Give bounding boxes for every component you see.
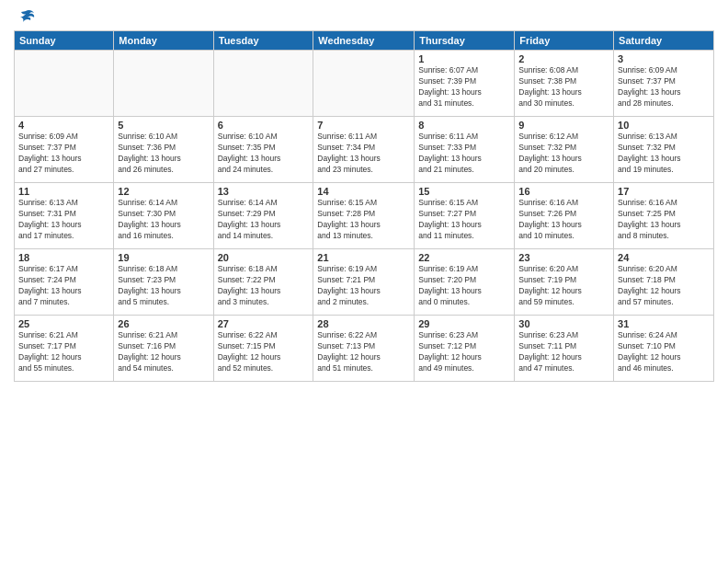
day-number: 7 bbox=[317, 120, 410, 131]
calendar-week-5: 25Sunrise: 6:21 AM Sunset: 7:17 PM Dayli… bbox=[15, 316, 714, 382]
calendar-cell: 20Sunrise: 6:18 AM Sunset: 7:22 PM Dayli… bbox=[213, 249, 313, 316]
logo bbox=[14, 9, 36, 23]
calendar-cell: 30Sunrise: 6:23 AM Sunset: 7:11 PM Dayli… bbox=[515, 316, 614, 382]
day-number: 5 bbox=[118, 120, 209, 131]
day-info: Sunrise: 6:23 AM Sunset: 7:12 PM Dayligh… bbox=[418, 330, 510, 374]
calendar-cell bbox=[213, 51, 313, 117]
day-info: Sunrise: 6:12 AM Sunset: 7:32 PM Dayligh… bbox=[518, 132, 609, 176]
day-info: Sunrise: 6:09 AM Sunset: 7:37 PM Dayligh… bbox=[18, 132, 109, 176]
day-number: 11 bbox=[18, 186, 109, 197]
day-info: Sunrise: 6:22 AM Sunset: 7:13 PM Dayligh… bbox=[317, 330, 410, 374]
day-number: 18 bbox=[18, 252, 109, 263]
day-number: 21 bbox=[317, 252, 410, 263]
header-saturday: Saturday bbox=[614, 31, 714, 51]
day-info: Sunrise: 6:13 AM Sunset: 7:31 PM Dayligh… bbox=[18, 198, 109, 242]
day-number: 28 bbox=[317, 318, 410, 329]
calendar-cell: 22Sunrise: 6:19 AM Sunset: 7:20 PM Dayli… bbox=[415, 249, 515, 316]
day-number: 24 bbox=[618, 252, 710, 263]
header-friday: Friday bbox=[515, 31, 614, 51]
calendar-cell: 24Sunrise: 6:20 AM Sunset: 7:18 PM Dayli… bbox=[614, 249, 714, 316]
calendar: Sunday Monday Tuesday Wednesday Thursday… bbox=[14, 30, 714, 382]
day-info: Sunrise: 6:08 AM Sunset: 7:38 PM Dayligh… bbox=[518, 65, 609, 109]
day-info: Sunrise: 6:11 AM Sunset: 7:34 PM Dayligh… bbox=[317, 132, 410, 176]
day-number: 14 bbox=[317, 186, 410, 197]
calendar-cell bbox=[313, 51, 415, 117]
calendar-cell: 11Sunrise: 6:13 AM Sunset: 7:31 PM Dayli… bbox=[15, 183, 114, 249]
day-number: 29 bbox=[418, 318, 510, 329]
day-number: 31 bbox=[618, 318, 710, 329]
day-number: 16 bbox=[518, 186, 609, 197]
day-info: Sunrise: 6:14 AM Sunset: 7:29 PM Dayligh… bbox=[218, 198, 310, 242]
day-number: 22 bbox=[418, 252, 510, 263]
day-info: Sunrise: 6:18 AM Sunset: 7:23 PM Dayligh… bbox=[118, 264, 209, 308]
calendar-week-1: 1Sunrise: 6:07 AM Sunset: 7:39 PM Daylig… bbox=[15, 51, 714, 117]
day-info: Sunrise: 6:19 AM Sunset: 7:21 PM Dayligh… bbox=[317, 264, 410, 308]
day-info: Sunrise: 6:07 AM Sunset: 7:39 PM Dayligh… bbox=[418, 65, 510, 109]
calendar-cell: 8Sunrise: 6:11 AM Sunset: 7:33 PM Daylig… bbox=[415, 117, 515, 183]
day-number: 23 bbox=[518, 252, 609, 263]
calendar-cell: 26Sunrise: 6:21 AM Sunset: 7:16 PM Dayli… bbox=[114, 316, 213, 382]
day-info: Sunrise: 6:24 AM Sunset: 7:10 PM Dayligh… bbox=[618, 330, 710, 374]
day-number: 6 bbox=[218, 120, 310, 131]
day-info: Sunrise: 6:21 AM Sunset: 7:17 PM Dayligh… bbox=[18, 330, 109, 374]
weekday-header-row: Sunday Monday Tuesday Wednesday Thursday… bbox=[15, 31, 714, 51]
header bbox=[14, 9, 714, 23]
calendar-cell: 10Sunrise: 6:13 AM Sunset: 7:32 PM Dayli… bbox=[614, 117, 714, 183]
header-tuesday: Tuesday bbox=[213, 31, 313, 51]
calendar-cell: 29Sunrise: 6:23 AM Sunset: 7:12 PM Dayli… bbox=[415, 316, 515, 382]
calendar-cell: 3Sunrise: 6:09 AM Sunset: 7:37 PM Daylig… bbox=[614, 51, 714, 117]
day-info: Sunrise: 6:11 AM Sunset: 7:33 PM Dayligh… bbox=[418, 132, 510, 176]
calendar-week-2: 4Sunrise: 6:09 AM Sunset: 7:37 PM Daylig… bbox=[15, 117, 714, 183]
header-wednesday: Wednesday bbox=[313, 31, 415, 51]
calendar-cell: 1Sunrise: 6:07 AM Sunset: 7:39 PM Daylig… bbox=[415, 51, 515, 117]
calendar-cell: 9Sunrise: 6:12 AM Sunset: 7:32 PM Daylig… bbox=[515, 117, 614, 183]
logo-bird-icon bbox=[16, 9, 36, 26]
day-number: 10 bbox=[618, 120, 710, 131]
day-info: Sunrise: 6:09 AM Sunset: 7:37 PM Dayligh… bbox=[618, 65, 710, 109]
day-number: 25 bbox=[18, 318, 109, 329]
calendar-cell: 6Sunrise: 6:10 AM Sunset: 7:35 PM Daylig… bbox=[213, 117, 313, 183]
day-number: 30 bbox=[518, 318, 609, 329]
calendar-cell: 31Sunrise: 6:24 AM Sunset: 7:10 PM Dayli… bbox=[614, 316, 714, 382]
calendar-cell: 16Sunrise: 6:16 AM Sunset: 7:26 PM Dayli… bbox=[515, 183, 614, 249]
calendar-cell: 17Sunrise: 6:16 AM Sunset: 7:25 PM Dayli… bbox=[614, 183, 714, 249]
day-number: 3 bbox=[618, 53, 710, 64]
calendar-cell: 14Sunrise: 6:15 AM Sunset: 7:28 PM Dayli… bbox=[313, 183, 415, 249]
day-info: Sunrise: 6:16 AM Sunset: 7:26 PM Dayligh… bbox=[518, 198, 609, 242]
day-info: Sunrise: 6:14 AM Sunset: 7:30 PM Dayligh… bbox=[118, 198, 209, 242]
day-number: 2 bbox=[518, 53, 609, 64]
day-info: Sunrise: 6:10 AM Sunset: 7:36 PM Dayligh… bbox=[118, 132, 209, 176]
day-info: Sunrise: 6:15 AM Sunset: 7:28 PM Dayligh… bbox=[317, 198, 410, 242]
header-monday: Monday bbox=[114, 31, 213, 51]
calendar-cell: 4Sunrise: 6:09 AM Sunset: 7:37 PM Daylig… bbox=[15, 117, 114, 183]
page: Sunday Monday Tuesday Wednesday Thursday… bbox=[0, 0, 728, 563]
calendar-cell: 18Sunrise: 6:17 AM Sunset: 7:24 PM Dayli… bbox=[15, 249, 114, 316]
day-number: 27 bbox=[218, 318, 310, 329]
calendar-cell: 25Sunrise: 6:21 AM Sunset: 7:17 PM Dayli… bbox=[15, 316, 114, 382]
day-info: Sunrise: 6:20 AM Sunset: 7:18 PM Dayligh… bbox=[618, 264, 710, 308]
day-number: 12 bbox=[118, 186, 209, 197]
calendar-cell: 28Sunrise: 6:22 AM Sunset: 7:13 PM Dayli… bbox=[313, 316, 415, 382]
day-number: 15 bbox=[418, 186, 510, 197]
day-number: 9 bbox=[518, 120, 609, 131]
day-info: Sunrise: 6:20 AM Sunset: 7:19 PM Dayligh… bbox=[518, 264, 609, 308]
day-number: 13 bbox=[218, 186, 310, 197]
calendar-cell: 7Sunrise: 6:11 AM Sunset: 7:34 PM Daylig… bbox=[313, 117, 415, 183]
day-info: Sunrise: 6:15 AM Sunset: 7:27 PM Dayligh… bbox=[418, 198, 510, 242]
day-info: Sunrise: 6:18 AM Sunset: 7:22 PM Dayligh… bbox=[218, 264, 310, 308]
day-info: Sunrise: 6:16 AM Sunset: 7:25 PM Dayligh… bbox=[618, 198, 710, 242]
day-number: 26 bbox=[118, 318, 209, 329]
calendar-week-3: 11Sunrise: 6:13 AM Sunset: 7:31 PM Dayli… bbox=[15, 183, 714, 249]
calendar-cell bbox=[15, 51, 114, 117]
day-number: 1 bbox=[418, 53, 510, 64]
day-info: Sunrise: 6:13 AM Sunset: 7:32 PM Dayligh… bbox=[618, 132, 710, 176]
day-info: Sunrise: 6:22 AM Sunset: 7:15 PM Dayligh… bbox=[218, 330, 310, 374]
day-info: Sunrise: 6:23 AM Sunset: 7:11 PM Dayligh… bbox=[518, 330, 609, 374]
day-number: 20 bbox=[218, 252, 310, 263]
day-number: 8 bbox=[418, 120, 510, 131]
day-info: Sunrise: 6:10 AM Sunset: 7:35 PM Dayligh… bbox=[218, 132, 310, 176]
calendar-cell: 27Sunrise: 6:22 AM Sunset: 7:15 PM Dayli… bbox=[213, 316, 313, 382]
calendar-cell: 13Sunrise: 6:14 AM Sunset: 7:29 PM Dayli… bbox=[213, 183, 313, 249]
header-sunday: Sunday bbox=[15, 31, 114, 51]
calendar-cell: 2Sunrise: 6:08 AM Sunset: 7:38 PM Daylig… bbox=[515, 51, 614, 117]
